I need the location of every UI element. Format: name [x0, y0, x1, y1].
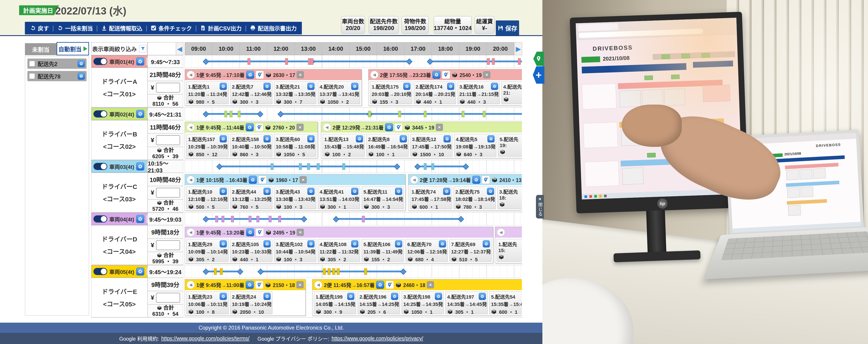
tab-unassigned[interactable]: 未割当	[25, 43, 57, 55]
gear-icon[interactable]	[249, 176, 257, 184]
timeline-stop-marker[interactable]	[247, 58, 250, 65]
gear-icon[interactable]	[488, 135, 495, 143]
map-view-button[interactable]	[533, 52, 544, 66]
privacy-link[interactable]: https://www.google.com/policies/privacy/	[332, 336, 423, 342]
undo-button[interactable]: 戻す	[27, 24, 52, 32]
gear-icon[interactable]	[351, 83, 358, 90]
gear-icon[interactable]	[78, 72, 85, 80]
gear-icon[interactable]	[479, 293, 486, 300]
delivery-card[interactable]: 3.配送先43 13:30着→13:43発 100 ・ 3	[274, 186, 316, 209]
gear-icon[interactable]	[351, 240, 358, 247]
delivery-card[interactable]: 2.配送先196 14:15着→14:25発 205 ・ 6	[358, 291, 400, 314]
vehicle-timeline[interactable]	[185, 160, 522, 173]
trip-collapse-button[interactable]: ◀	[314, 281, 322, 289]
delivery-card[interactable]: 3.配送先60 10:58着→11:08発 1050 ・ 5	[274, 134, 316, 157]
map-pin-icon[interactable]	[482, 176, 490, 184]
vehicle-timeline[interactable]	[185, 55, 522, 68]
timeline-diamond-marker[interactable]	[406, 59, 412, 65]
delivery-card[interactable]: 3.配送先 18:	[497, 186, 522, 209]
timeline-stop-marker[interactable]	[310, 58, 313, 65]
delivery-card[interactable]: 2.配送先7 12:42着→12:46発 300 ・ 3	[230, 82, 272, 104]
gear-icon[interactable]	[351, 188, 358, 195]
timeline-stop-marker[interactable]	[487, 58, 490, 65]
gear-icon[interactable]	[307, 135, 314, 143]
timeline-stop-marker[interactable]	[214, 268, 217, 275]
delivery-card[interactable]: 5.配送先11 14:47着→14:54発 300 ・ 3	[362, 186, 404, 209]
plan-csv-export-button[interactable]: 計画CSV出力	[197, 24, 245, 32]
timeline-stop-marker[interactable]	[269, 216, 272, 222]
delivery-card[interactable]: 2.配送先158 10:40着→10:50発 860 ・ 3	[230, 134, 272, 157]
tab-auto-assign[interactable]: 自動割当	[57, 42, 89, 55]
delivery-card[interactable]: 5.配送先54 15:35着→15:45発 600 ・ 1	[489, 291, 522, 314]
gear-icon[interactable]	[220, 293, 227, 300]
timeline-stop-marker[interactable]	[271, 163, 274, 170]
unassigned-item[interactable]: 配送先2	[27, 59, 87, 69]
trip-close-icon[interactable]: ×	[297, 124, 304, 131]
gear-icon[interactable]	[307, 83, 314, 90]
timeline-stop-marker[interactable]	[492, 58, 495, 65]
delivery-card[interactable]: 1.配送先74 17:45着→17:58発 600 ・ 1	[410, 186, 452, 209]
timeline-stop-marker[interactable]	[431, 163, 434, 170]
gear-icon[interactable]	[246, 71, 254, 79]
gear-icon[interactable]	[443, 135, 451, 143]
import-delivery-info-button[interactable]: 配送情報取込	[98, 24, 146, 32]
trip-close-icon[interactable]: ×	[297, 71, 304, 78]
timeline-stop-marker[interactable]	[238, 111, 241, 117]
map-pin-icon[interactable]	[256, 71, 264, 79]
condition-check-button[interactable]: 条件チェック	[147, 24, 195, 32]
timeline-diamond-marker[interactable]	[463, 163, 469, 170]
timeline-stop-marker[interactable]	[221, 216, 224, 222]
timeline-diamond-marker[interactable]	[203, 59, 209, 65]
timeline-stop-marker[interactable]	[278, 216, 281, 222]
timeline-stop-marker[interactable]	[424, 163, 427, 170]
delivery-card[interactable]: 3.配送先16 21:11着→21:15発 440 ・ 3	[458, 82, 500, 104]
timeline-diamond-marker[interactable]	[216, 163, 223, 170]
delivery-card[interactable]: 5.配送先 19:	[498, 134, 522, 157]
timeline-diamond-marker[interactable]	[278, 111, 284, 117]
gear-icon[interactable]	[264, 293, 271, 300]
fare-input[interactable]	[156, 240, 180, 250]
gear-icon[interactable]	[483, 240, 490, 247]
vehicle-toggle[interactable]	[93, 58, 107, 65]
gear-icon[interactable]	[385, 123, 393, 131]
timeline-stop-marker[interactable]	[323, 268, 326, 275]
gear-icon[interactable]	[264, 240, 271, 247]
timeline-diamond-marker[interactable]	[427, 59, 433, 65]
vehicle-toggle[interactable]	[93, 111, 107, 118]
trip-close-icon[interactable]: ×	[300, 176, 307, 183]
terms-link[interactable]: https://www.google.com/policies/terms/	[161, 336, 249, 342]
timeline-stop-marker[interactable]	[462, 111, 464, 117]
timeline-diamond-marker[interactable]	[257, 269, 264, 275]
delivery-card[interactable]: 1.配送先10 12:10着→12:16発 500 ・ 5	[186, 186, 228, 209]
timeline-diamond-marker[interactable]	[203, 216, 209, 222]
map-pin-icon[interactable]	[258, 176, 267, 184]
delivery-card[interactable]: 4.配送先 21:	[501, 82, 522, 104]
gear-icon[interactable]	[220, 135, 227, 143]
vehicle-timeline[interactable]	[185, 265, 522, 278]
gear-icon[interactable]	[220, 83, 227, 90]
trip-collapse-button[interactable]: ◀	[323, 123, 331, 131]
delivery-card[interactable]: 3.配送先12 17:45着→17:50発 1500 ・ 10	[410, 134, 453, 157]
delivery-card[interactable]: 6.配送先70 12:06着→12:16発 680 ・ 4	[405, 239, 448, 262]
delivery-card[interactable]: 3.配送先198 14:25着→14:35発 1050 ・ 1	[402, 291, 444, 314]
timeline-stop-marker[interactable]	[299, 163, 302, 170]
gear-icon[interactable]	[307, 188, 314, 195]
fare-input[interactable]	[156, 83, 180, 93]
delivery-card[interactable]: 4.配送先41 13:51着→14:03発 300 ・ 1	[318, 186, 360, 209]
map-pin-icon[interactable]	[256, 228, 264, 236]
trip-collapse-button[interactable]: ◀	[497, 228, 505, 236]
gear-icon[interactable]	[264, 83, 271, 90]
timeline-diamond-marker[interactable]	[333, 216, 339, 222]
timeline-stop-marker[interactable]	[362, 216, 365, 222]
timeline-stop-marker[interactable]	[518, 58, 521, 65]
gear-icon[interactable]	[435, 293, 442, 300]
delivery-card[interactable]: 2.配送先8 16:49着→16:54発 100 ・ 1	[366, 134, 409, 157]
trip-collapse-button[interactable]: ◀	[187, 228, 195, 236]
gear-icon[interactable]	[487, 188, 494, 195]
gear-icon[interactable]	[391, 293, 398, 300]
delivery-card[interactable]: 1.配送先1 11:20着→11:24発 980 ・ 5	[186, 82, 228, 104]
vehicle-toggle[interactable]	[93, 268, 107, 275]
unassigned-item[interactable]: 配送先78	[27, 71, 87, 81]
delivery-card[interactable]: 4.配送先20 13:37着→13:41発 1050 ・ 2	[318, 82, 360, 104]
gear-icon[interactable]	[347, 293, 354, 300]
